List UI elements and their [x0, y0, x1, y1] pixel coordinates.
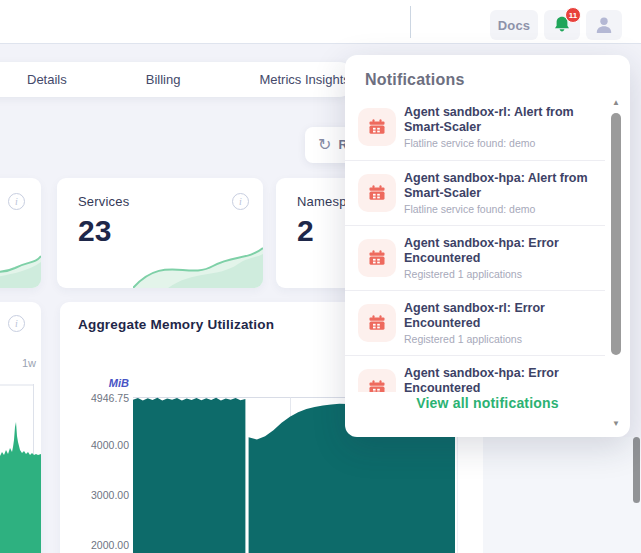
- stat-card-partial: i: [0, 178, 41, 288]
- scrollbar-thumb[interactable]: [611, 113, 621, 355]
- notification-item[interactable]: Agent sandbox-rl: Error Encountered Regi…: [345, 290, 605, 355]
- stat-card-value: 2: [297, 214, 314, 248]
- scroll-down-arrow[interactable]: ▼: [610, 418, 622, 430]
- user-icon: [594, 15, 614, 35]
- notification-subtitle: Flatline service found: demo: [404, 137, 604, 149]
- stat-card-value: 23: [78, 214, 111, 248]
- notification-subtitle: Flatline service found: demo: [404, 203, 604, 215]
- notification-item[interactable]: Agent sandbox-rl: Alert from Smart-Scale…: [345, 95, 605, 160]
- info-icon[interactable]: i: [8, 193, 25, 210]
- y-axis-tick: 4000.00: [69, 439, 129, 451]
- scroll-up-arrow[interactable]: ▲: [610, 97, 622, 109]
- card-wave-decoration: [133, 240, 263, 288]
- calendar-alert-icon: [358, 174, 396, 212]
- notifications-scrollbar[interactable]: ▲ ▼: [610, 97, 622, 430]
- notification-count-badge: 11: [565, 7, 581, 23]
- time-range-label: 1w: [22, 357, 36, 369]
- notification-title: Agent sandbox-hpa: Error Encountered: [404, 366, 604, 392]
- notification-subtitle: Registered 1 applications: [404, 268, 604, 280]
- notifications-title: Notifications: [365, 71, 465, 89]
- partial-left-chart: [0, 384, 41, 553]
- right-gutter: [458, 437, 483, 553]
- notification-title: Agent sandbox-rl: Error Encountered: [404, 301, 604, 331]
- notification-item[interactable]: Agent sandbox-hpa: Error Encountered Reg…: [345, 225, 605, 290]
- notification-item[interactable]: Agent sandbox-hpa: Alert from Smart-Scal…: [345, 160, 605, 225]
- docs-button[interactable]: Docs: [490, 10, 538, 40]
- info-icon[interactable]: i: [232, 193, 249, 210]
- y-axis-tick: 2000.00: [69, 539, 129, 551]
- tab-details[interactable]: Details: [27, 72, 67, 87]
- notification-item[interactable]: Agent sandbox-hpa: Error Encountered: [345, 355, 605, 392]
- stat-card-title: Namesp: [297, 194, 347, 209]
- notification-title: Agent sandbox-hpa: Alert from Smart-Scal…: [404, 171, 604, 201]
- calendar-alert-icon: [358, 108, 396, 146]
- page-tabs: Details Billing Metrics Insights: [0, 62, 356, 97]
- notifications-list: Agent sandbox-rl: Alert from Smart-Scale…: [345, 95, 605, 392]
- header-divider: [410, 6, 411, 38]
- info-icon[interactable]: i: [8, 315, 25, 332]
- calendar-alert-icon: [358, 304, 396, 342]
- view-all-notifications-link[interactable]: View all notifications: [345, 395, 630, 411]
- right-panel: [483, 437, 641, 553]
- user-avatar-button[interactable]: [586, 10, 622, 40]
- notifications-dropdown: Notifications Agent sandbox-rl: Alert fr…: [345, 55, 630, 437]
- notification-title: Agent sandbox-rl: Alert from Smart-Scale…: [404, 105, 604, 135]
- refresh-icon: ↻: [318, 137, 331, 153]
- stat-card-services: Services 23 i: [57, 178, 263, 288]
- app-screen: Docs 11 Details Billing Metrics Insights: [0, 0, 641, 553]
- tab-billing[interactable]: Billing: [146, 72, 181, 87]
- card-wave-decoration: [0, 248, 41, 288]
- stat-card-title: Services: [78, 194, 129, 209]
- y-axis-unit-label: MiB: [69, 377, 129, 389]
- calendar-alert-icon: [358, 369, 396, 392]
- calendar-alert-icon: [358, 239, 396, 277]
- chart-title: Aggregate Memory Utilization: [78, 317, 274, 332]
- y-axis-tick: 3000.00: [69, 489, 129, 501]
- page-scrollbar-thumb[interactable]: [633, 437, 640, 503]
- notification-subtitle: Registered 1 applications: [404, 333, 604, 345]
- notification-title: Agent sandbox-hpa: Error Encountered: [404, 236, 604, 266]
- top-navbar: Docs: [0, 0, 641, 44]
- tab-metrics-insights[interactable]: Metrics Insights: [259, 72, 349, 87]
- y-axis-tick: 4946.75: [69, 392, 129, 404]
